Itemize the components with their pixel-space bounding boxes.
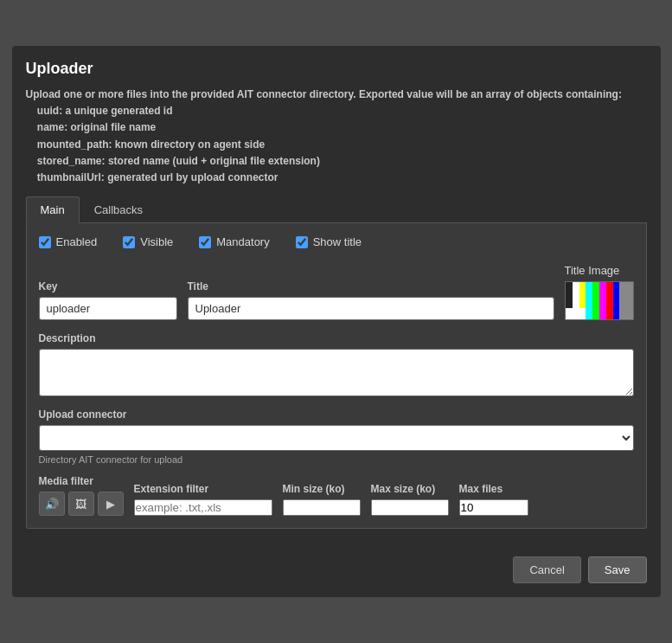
enabled-label: Enabled <box>56 235 98 248</box>
upload-connector-select[interactable] <box>39 425 634 451</box>
mandatory-checkbox[interactable] <box>199 236 211 248</box>
title-image-group: Title Image <box>565 264 634 320</box>
visible-label: Visible <box>140 235 173 248</box>
key-label: Key <box>39 280 177 293</box>
audio-icon: 🔊 <box>45 498 59 511</box>
checkbox-show-title[interactable]: Show title <box>296 235 362 248</box>
min-size-group: Min size (ko) <box>283 483 361 516</box>
tab-bar: Main Callbacks <box>26 196 647 223</box>
desc-mounted-val: : known directory on agent side <box>109 138 266 151</box>
upload-connector-group: Upload connector Directory AIT connector… <box>39 408 634 465</box>
description-group: Description <box>39 332 634 396</box>
uploader-dialog: Uploader Upload one or more files into t… <box>12 46 661 597</box>
max-size-input[interactable] <box>371 499 449 516</box>
show-title-checkbox[interactable] <box>296 236 308 248</box>
max-size-group: Max size (ko) <box>371 483 449 516</box>
key-title-row: Key Title Title Image <box>39 264 634 320</box>
visible-checkbox[interactable] <box>123 236 135 248</box>
image-filter-btn[interactable]: 🖼 <box>68 492 94 516</box>
title-image-preview[interactable] <box>565 281 634 320</box>
min-size-label: Min size (ko) <box>283 483 361 495</box>
checkbox-enabled[interactable]: Enabled <box>39 235 98 248</box>
checkboxes-row: Enabled Visible Mandatory Show title <box>39 235 634 248</box>
show-title-label: Show title <box>313 235 362 248</box>
audio-filter-btn[interactable]: 🔊 <box>39 492 65 516</box>
desc-name-val: : original file name <box>64 121 156 133</box>
desc-thumbnail-key: thumbnailUrl <box>37 171 101 183</box>
connector-hint: Directory AIT connector for upload <box>39 454 634 465</box>
desc-stored-key: stored_name <box>37 155 102 167</box>
save-button[interactable]: Save <box>588 556 647 583</box>
title-label: Title <box>188 280 554 293</box>
video-filter-btn[interactable]: ▶ <box>98 492 124 516</box>
tab-callbacks[interactable]: Callbacks <box>80 196 157 222</box>
extension-filter-label: Extension filter <box>134 483 272 495</box>
desc-mounted-key: mounted_path <box>37 138 109 151</box>
video-icon: ▶ <box>106 498 115 511</box>
checkbox-mandatory[interactable]: Mandatory <box>199 235 269 248</box>
desc-thumbnail-val: : generated url by upload connector <box>101 171 278 183</box>
title-input[interactable] <box>188 297 554 320</box>
media-icons-row: 🔊 🖼 ▶ <box>39 492 124 516</box>
max-files-label: Max files <box>459 483 528 495</box>
dialog-footer: Cancel Save <box>26 546 647 583</box>
dialog-title: Uploader <box>26 60 647 78</box>
media-filter-label: Media filter <box>39 475 124 487</box>
description-textarea[interactable] <box>39 349 634 396</box>
max-files-input[interactable] <box>459 499 528 516</box>
tab-main[interactable]: Main <box>26 196 80 223</box>
enabled-checkbox[interactable] <box>39 236 51 248</box>
title-image-label: Title Image <box>565 264 620 277</box>
description-label: Description <box>39 332 634 344</box>
image-icon: 🖼 <box>75 498 86 511</box>
upload-connector-label: Upload connector <box>39 408 634 421</box>
extension-filter-group: Extension filter <box>134 483 272 516</box>
cancel-button[interactable]: Cancel <box>513 556 580 583</box>
min-size-input[interactable] <box>283 499 361 516</box>
extension-filter-input[interactable] <box>134 499 272 516</box>
title-group: Title <box>188 280 554 320</box>
media-filter-section: Media filter 🔊 🖼 ▶ Extension filter <box>39 475 634 516</box>
dialog-description: Upload one or more files into the provid… <box>26 87 647 186</box>
key-input[interactable] <box>39 297 177 320</box>
desc-uuid-key: uuid <box>37 105 59 117</box>
max-files-group: Max files <box>459 483 528 516</box>
desc-uuid-val: : a unique generated id <box>59 105 172 117</box>
max-size-label: Max size (ko) <box>371 483 449 495</box>
desc-stored-val: : stored name (uuid + original file exte… <box>102 155 320 167</box>
key-group: Key <box>39 280 177 320</box>
desc-line1: Upload one or more files into the provid… <box>26 88 622 100</box>
checkbox-visible[interactable]: Visible <box>123 235 173 248</box>
tab-main-content: Enabled Visible Mandatory Show title Key… <box>26 223 647 529</box>
media-filter-group: Media filter 🔊 🖼 ▶ <box>39 475 124 516</box>
mandatory-label: Mandatory <box>216 235 269 248</box>
desc-name-key: name <box>37 121 64 133</box>
